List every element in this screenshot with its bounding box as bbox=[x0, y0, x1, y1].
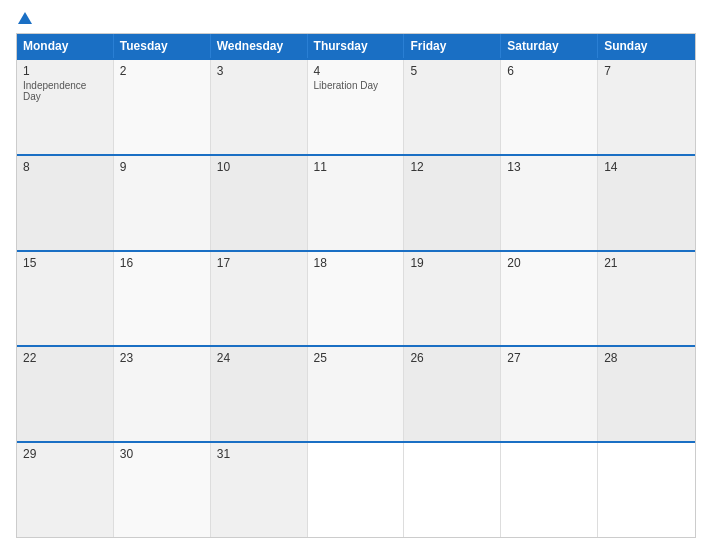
day-number: 6 bbox=[507, 64, 591, 78]
calendar-header: MondayTuesdayWednesdayThursdayFridaySatu… bbox=[17, 34, 695, 58]
day-number: 21 bbox=[604, 256, 689, 270]
day-number: 14 bbox=[604, 160, 689, 174]
calendar-cell bbox=[404, 443, 501, 537]
header-day-monday: Monday bbox=[17, 34, 114, 58]
calendar-cell: 6 bbox=[501, 60, 598, 154]
day-number: 27 bbox=[507, 351, 591, 365]
calendar-cell: 7 bbox=[598, 60, 695, 154]
day-number: 20 bbox=[507, 256, 591, 270]
calendar-cell: 17 bbox=[211, 252, 308, 346]
calendar-page: MondayTuesdayWednesdayThursdayFridaySatu… bbox=[0, 0, 712, 550]
day-number: 16 bbox=[120, 256, 204, 270]
calendar-cell bbox=[308, 443, 405, 537]
header-day-saturday: Saturday bbox=[501, 34, 598, 58]
day-number: 23 bbox=[120, 351, 204, 365]
day-number: 25 bbox=[314, 351, 398, 365]
logo-triangle-icon bbox=[18, 12, 32, 24]
day-number: 26 bbox=[410, 351, 494, 365]
day-event: Liberation Day bbox=[314, 80, 398, 91]
calendar-cell: 13 bbox=[501, 156, 598, 250]
day-number: 9 bbox=[120, 160, 204, 174]
calendar-week-1: 1Independence Day234Liberation Day567 bbox=[17, 58, 695, 154]
calendar-cell: 23 bbox=[114, 347, 211, 441]
calendar-cell: 18 bbox=[308, 252, 405, 346]
page-header bbox=[16, 12, 696, 25]
day-number: 29 bbox=[23, 447, 107, 461]
calendar-cell: 16 bbox=[114, 252, 211, 346]
day-number: 8 bbox=[23, 160, 107, 174]
calendar-cell: 26 bbox=[404, 347, 501, 441]
day-number: 22 bbox=[23, 351, 107, 365]
calendar-cell: 30 bbox=[114, 443, 211, 537]
header-day-wednesday: Wednesday bbox=[211, 34, 308, 58]
calendar-week-3: 15161718192021 bbox=[17, 250, 695, 346]
day-number: 2 bbox=[120, 64, 204, 78]
day-number: 5 bbox=[410, 64, 494, 78]
calendar-body: 1Independence Day234Liberation Day567891… bbox=[17, 58, 695, 537]
calendar-cell: 15 bbox=[17, 252, 114, 346]
calendar-week-5: 293031 bbox=[17, 441, 695, 537]
day-number: 4 bbox=[314, 64, 398, 78]
calendar-cell: 14 bbox=[598, 156, 695, 250]
header-day-thursday: Thursday bbox=[308, 34, 405, 58]
calendar-cell: 28 bbox=[598, 347, 695, 441]
day-event: Independence Day bbox=[23, 80, 107, 102]
header-day-friday: Friday bbox=[404, 34, 501, 58]
day-number: 30 bbox=[120, 447, 204, 461]
header-day-tuesday: Tuesday bbox=[114, 34, 211, 58]
calendar-cell: 4Liberation Day bbox=[308, 60, 405, 154]
day-number: 24 bbox=[217, 351, 301, 365]
calendar-week-2: 891011121314 bbox=[17, 154, 695, 250]
calendar-cell: 22 bbox=[17, 347, 114, 441]
logo-blue-text bbox=[16, 12, 32, 25]
calendar-cell: 31 bbox=[211, 443, 308, 537]
calendar-cell: 12 bbox=[404, 156, 501, 250]
calendar-cell: 1Independence Day bbox=[17, 60, 114, 154]
day-number: 7 bbox=[604, 64, 689, 78]
header-day-sunday: Sunday bbox=[598, 34, 695, 58]
day-number: 13 bbox=[507, 160, 591, 174]
calendar: MondayTuesdayWednesdayThursdayFridaySatu… bbox=[16, 33, 696, 538]
day-number: 18 bbox=[314, 256, 398, 270]
calendar-cell: 24 bbox=[211, 347, 308, 441]
calendar-week-4: 22232425262728 bbox=[17, 345, 695, 441]
calendar-cell: 2 bbox=[114, 60, 211, 154]
calendar-cell: 3 bbox=[211, 60, 308, 154]
day-number: 28 bbox=[604, 351, 689, 365]
day-number: 19 bbox=[410, 256, 494, 270]
calendar-cell: 10 bbox=[211, 156, 308, 250]
calendar-cell bbox=[598, 443, 695, 537]
calendar-cell: 8 bbox=[17, 156, 114, 250]
day-number: 17 bbox=[217, 256, 301, 270]
day-number: 1 bbox=[23, 64, 107, 78]
calendar-cell: 20 bbox=[501, 252, 598, 346]
calendar-cell: 25 bbox=[308, 347, 405, 441]
calendar-cell: 9 bbox=[114, 156, 211, 250]
day-number: 3 bbox=[217, 64, 301, 78]
day-number: 15 bbox=[23, 256, 107, 270]
calendar-cell bbox=[501, 443, 598, 537]
day-number: 31 bbox=[217, 447, 301, 461]
calendar-cell: 11 bbox=[308, 156, 405, 250]
calendar-cell: 21 bbox=[598, 252, 695, 346]
calendar-cell: 5 bbox=[404, 60, 501, 154]
day-number: 11 bbox=[314, 160, 398, 174]
logo bbox=[16, 12, 32, 25]
day-number: 12 bbox=[410, 160, 494, 174]
day-number: 10 bbox=[217, 160, 301, 174]
calendar-cell: 27 bbox=[501, 347, 598, 441]
calendar-cell: 19 bbox=[404, 252, 501, 346]
calendar-cell: 29 bbox=[17, 443, 114, 537]
